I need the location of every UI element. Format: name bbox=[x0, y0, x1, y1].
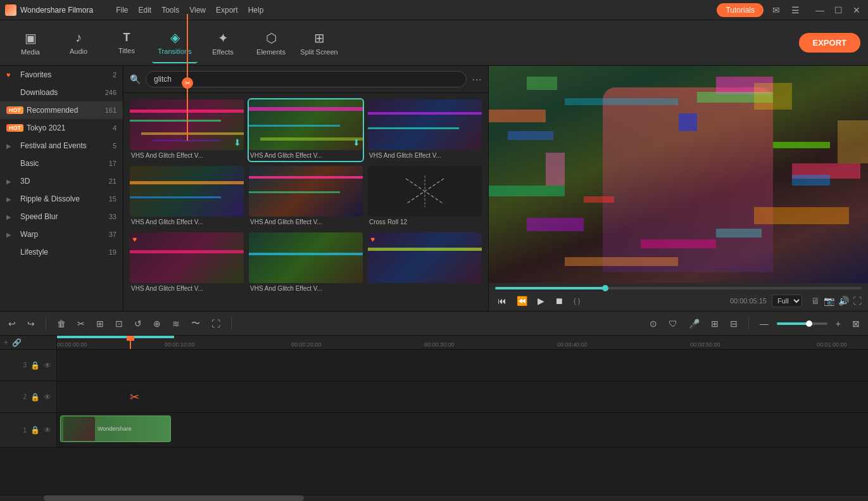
undo-button[interactable]: ↩ bbox=[5, 317, 19, 330]
grid-options-icon[interactable]: ⋯ bbox=[472, 73, 482, 86]
basic-label: Basic bbox=[20, 159, 109, 168]
speed-button[interactable]: 〜 bbox=[188, 317, 203, 331]
quality-select[interactable]: Full 1/2 1/4 bbox=[772, 295, 802, 307]
content-panel: 🔍 ⋯ ⬇ VHS And Glitch Effect V... bbox=[123, 66, 488, 311]
export-button[interactable]: EXPORT bbox=[799, 33, 860, 53]
ruler-50: 00:00:50:00 bbox=[690, 341, 720, 348]
warp-label: Warp bbox=[20, 230, 109, 239]
volume-icon[interactable]: 🔊 bbox=[838, 296, 849, 306]
track-lock-2[interactable]: 🔒 bbox=[30, 393, 40, 402]
crossroll-svg bbox=[399, 172, 450, 210]
fullscreen-tl-button[interactable]: ⛶ bbox=[208, 317, 223, 330]
sidebar-item-tokyo2021[interactable]: HOT Tokyo 2021 4 bbox=[0, 119, 123, 137]
toolbar-splitscreen[interactable]: ⊞ Split Screen bbox=[296, 23, 342, 63]
color-button[interactable]: ⊕ bbox=[150, 317, 164, 330]
track-content-2[interactable]: ✂ bbox=[57, 381, 868, 412]
track-lock-1[interactable]: 🔒 bbox=[30, 426, 40, 434]
sidebar-item-lifestyle[interactable]: Lifestyle 19 bbox=[0, 243, 123, 261]
stabilize-button[interactable]: ⊙ bbox=[646, 317, 660, 330]
sidebar-item-favorites[interactable]: ♥ Favorites 2 bbox=[0, 66, 123, 84]
toolbar-transitions[interactable]: ◈ Transitions bbox=[152, 23, 198, 63]
toolbar-titles[interactable]: T Titles bbox=[104, 23, 149, 63]
track-eye-2[interactable]: 👁 bbox=[44, 393, 51, 402]
sidebar-item-ripple[interactable]: ▶ Ripple & Dissolve 15 bbox=[0, 190, 123, 208]
grid-item-7[interactable]: ♥ VHS And Glitch Effect V... bbox=[130, 232, 244, 294]
menu-help[interactable]: Help bbox=[248, 6, 264, 15]
grid-item-3[interactable]: VHS And Glitch Effect V... bbox=[368, 99, 482, 161]
track-content-3[interactable] bbox=[57, 350, 868, 381]
updates-icon[interactable]: ☰ bbox=[789, 4, 802, 16]
grid-item-4[interactable]: VHS And Glitch Effect V... bbox=[130, 166, 244, 227]
skip-back-button[interactable]: ⏮ bbox=[495, 295, 509, 307]
grid-item-crossroll[interactable]: Cross Roll 12 bbox=[368, 166, 482, 227]
app-name: Wondershare Filmora bbox=[20, 6, 93, 15]
audio-button[interactable]: ≋ bbox=[169, 317, 183, 330]
audio-label: Audio bbox=[70, 48, 87, 55]
monitor-icon[interactable]: 🖥 bbox=[811, 296, 820, 306]
play-button[interactable]: ▶ bbox=[535, 295, 547, 307]
notifications-icon[interactable]: ✉ bbox=[770, 4, 783, 16]
redo-button[interactable]: ↪ bbox=[24, 317, 38, 330]
toolbar-effects[interactable]: ✦ Effects bbox=[200, 23, 246, 63]
track-eye-1[interactable]: 👁 bbox=[44, 426, 51, 434]
scrollbar-thumb[interactable] bbox=[44, 495, 304, 501]
link-icon[interactable]: 🔗 bbox=[12, 338, 22, 347]
favorites-label: Favorites bbox=[20, 70, 113, 79]
rotate-button[interactable]: ↺ bbox=[131, 317, 145, 330]
audio-icon: ♪ bbox=[75, 30, 82, 45]
close-button[interactable]: ✕ bbox=[850, 5, 863, 15]
titlebar-right: Tutorials ✉ ☰ — ☐ ✕ bbox=[717, 3, 863, 17]
cut-button[interactable]: ✂ bbox=[74, 317, 88, 330]
track-content-1[interactable]: Wondershare bbox=[57, 413, 868, 447]
zoom-slider[interactable] bbox=[777, 322, 827, 325]
minimize-button[interactable]: — bbox=[813, 5, 827, 15]
grid-item-5[interactable]: VHS And Glitch Effect V... bbox=[249, 166, 363, 227]
zoom-fit-button[interactable]: ⊡ bbox=[112, 317, 126, 330]
track-eye-3[interactable]: 👁 bbox=[44, 361, 51, 370]
mic-button[interactable]: 🎤 bbox=[686, 317, 703, 330]
zoom-in-button[interactable]: + bbox=[833, 317, 844, 330]
fit-button[interactable]: ⊠ bbox=[849, 317, 863, 330]
menu-edit[interactable]: Edit bbox=[139, 6, 152, 15]
grid-item-8[interactable]: VHS And Glitch Effect V... bbox=[249, 232, 363, 294]
fullscreen-icon[interactable]: ⛶ bbox=[853, 296, 862, 306]
subtitles-button[interactable]: ⊟ bbox=[727, 317, 741, 330]
search-input[interactable] bbox=[146, 71, 467, 87]
menu-export[interactable]: Export bbox=[216, 6, 238, 15]
shield-button[interactable]: 🛡 bbox=[665, 317, 681, 330]
toolbar-media[interactable]: ▣ Media bbox=[8, 23, 53, 63]
grid-item-1[interactable]: ⬇ VHS And Glitch Effect V... bbox=[130, 99, 244, 161]
toolbar-audio[interactable]: ♪ Audio bbox=[56, 23, 101, 63]
sidebar-item-warp[interactable]: ▶ Warp 37 bbox=[0, 225, 123, 243]
menu-tools[interactable]: Tools bbox=[161, 6, 179, 15]
sidebar-item-basic[interactable]: Basic 17 bbox=[0, 155, 123, 172]
grid-item-2[interactable]: ⬇ VHS And Glitch Effect V... bbox=[249, 99, 363, 161]
timeline-scrollbar[interactable] bbox=[0, 495, 868, 501]
menu-view[interactable]: View bbox=[189, 6, 206, 15]
thumb-1: ⬇ bbox=[130, 99, 244, 150]
step-back-button[interactable]: ⏪ bbox=[514, 295, 530, 307]
delete-button[interactable]: 🗑 bbox=[54, 317, 69, 330]
zoom-out-button[interactable]: — bbox=[757, 317, 772, 330]
toolbar-elements[interactable]: ⬡ Elements bbox=[248, 23, 294, 63]
transitions-icon: ◈ bbox=[170, 30, 180, 45]
sidebar-item-recommended[interactable]: HOT Recommended 161 bbox=[0, 101, 123, 119]
track-clip-1[interactable]: Wondershare bbox=[60, 415, 171, 442]
sidebar-item-downloads[interactable]: Downloads 246 bbox=[0, 84, 123, 101]
ai-button[interactable]: ⊞ bbox=[708, 317, 722, 330]
stop-button[interactable]: ⏹ bbox=[552, 295, 566, 307]
crop-button[interactable]: ⊞ bbox=[93, 317, 107, 330]
menu-file[interactable]: File bbox=[116, 6, 128, 15]
track-lock-3[interactable]: 🔒 bbox=[30, 361, 40, 370]
add-track-icon[interactable]: + bbox=[4, 338, 8, 347]
maximize-button[interactable]: ☐ bbox=[832, 5, 845, 15]
sidebar-item-speedblur[interactable]: ▶ Speed Blur 33 bbox=[0, 208, 123, 225]
grid-label-2: VHS And Glitch Effect V... bbox=[249, 150, 363, 161]
sidebar-item-3d[interactable]: ▶ 3D 21 bbox=[0, 172, 123, 190]
screenshot-icon[interactable]: 📷 bbox=[824, 296, 834, 306]
tutorials-button[interactable]: Tutorials bbox=[717, 3, 764, 17]
progress-bar[interactable] bbox=[495, 287, 862, 289]
sidebar-item-festival[interactable]: ▶ Festival and Events 5 bbox=[0, 137, 123, 155]
grid-item-9[interactable]: ♥ bbox=[368, 232, 482, 294]
titles-icon: T bbox=[123, 31, 130, 44]
